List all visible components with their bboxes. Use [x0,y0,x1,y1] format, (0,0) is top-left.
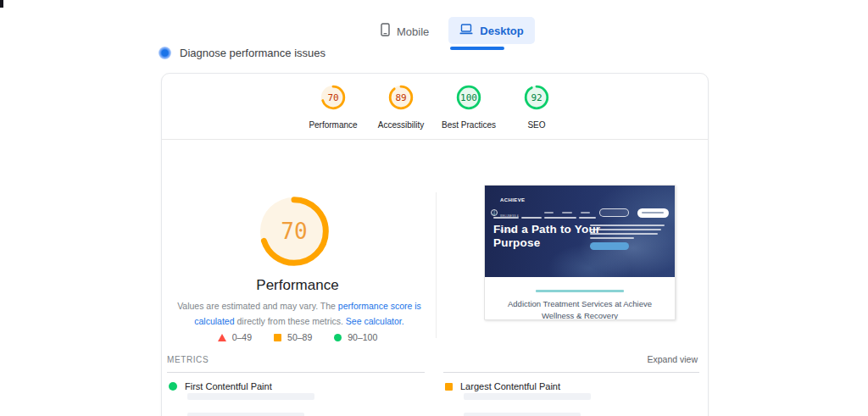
gauge-best-practices-ring: 100 [456,85,481,110]
gauge-performance-ring: 70 [320,85,346,110]
site-nav-link-placeholder [562,212,572,214]
metric-name: Largest Contentful Paint [460,381,560,391]
gauge-best-practices[interactable]: 100 Best Practices [443,85,494,130]
metrics-header: METRICS Expand view [167,354,698,364]
metrics-title: METRICS [167,355,209,364]
device-tabs: Mobile Desktop [370,17,535,46]
gauge-best-practices-score: 100 [456,85,481,110]
gauge-seo[interactable]: 92 SEO [511,85,562,130]
metric-largest-contentful-paint: Largest Contentful Paint [443,372,699,416]
site-header-button-outline [599,208,628,217]
legend-average-label: 50–89 [287,332,312,342]
description-text-1: Values are estimated and may vary. The [177,301,338,311]
active-tab-underline [450,47,504,50]
gauge-accessibility-ring: 89 [388,85,414,110]
metric-value-placeholder [464,393,591,400]
performance-description: Values are estimated and may vary. The p… [177,299,421,330]
next-metric-placeholder [464,413,581,416]
legend-fail-label: 0–49 [232,332,252,342]
report-card: 70 Performance 89 Accessibility 100 Best… [161,73,709,416]
performance-section-title: Performance [162,277,433,294]
legend-pass-range: 90–100 [334,332,377,342]
metric-row: Largest Contentful Paint [443,373,699,391]
column-divider [436,192,437,338]
legend-average-range: 50–89 [274,332,312,342]
site-section-title: Addiction Treatment Services at Achieve … [504,298,656,320]
diagnose-label: Diagnose performance issues [180,47,326,59]
site-brand-name: ACHIEVE [500,197,525,202]
metric-value-placeholder [187,393,314,400]
metric-name: First Contentful Paint [185,381,272,391]
score-legend: 0–49 50–89 90–100 [162,332,433,342]
site-hero-paragraph-placeholder [590,225,666,250]
tab-desktop-label: Desktop [480,25,523,37]
site-hero-section: ⚓ ACHIEVE WELLNESS & RECOVERY [485,186,675,277]
site-logo-crest-icon: ⚓ [491,209,498,216]
pagespeed-insights-screen: Mobile Desktop Diagnose performance issu… [0,0,868,416]
see-calculator-link[interactable]: See calculator. [346,316,404,326]
card-divider [162,139,708,140]
metric-row: First Contentful Paint [167,373,425,391]
diagnose-row: Diagnose performance issues [159,47,326,59]
gauge-seo-label: SEO [527,120,545,130]
gauge-accessibility[interactable]: 89 Accessibility [376,85,426,130]
diagnose-radio-icon[interactable] [159,47,171,59]
gauge-seo-ring: 92 [524,85,549,110]
gauge-accessibility-score: 89 [388,85,414,110]
desktop-laptop-icon [459,23,473,38]
next-metric-placeholder [187,413,304,416]
red-triangle-icon [218,334,226,341]
gauge-best-practices-label: Best Practices [442,120,496,130]
description-text-2: directly from these metrics. [235,316,346,326]
gauge-performance[interactable]: 70 Performance [308,85,359,130]
site-nav-link-placeholder [544,212,554,214]
tab-mobile[interactable]: Mobile [370,17,440,46]
expand-view-link[interactable]: Expand view [647,354,698,364]
site-hero-cta-button [590,242,629,250]
site-hero-kicker-placeholder [493,217,596,219]
category-gauges-row: 70 Performance 89 Accessibility 100 Best… [162,85,708,130]
legend-fail-range: 0–49 [218,332,252,342]
tab-desktop[interactable]: Desktop [448,17,534,44]
site-screenshot-thumbnail: ⚓ ACHIEVE WELLNESS & RECOVERY [484,185,676,320]
site-section-kicker-placeholder [536,290,624,292]
performance-score-value: 70 [259,196,330,267]
site-header-button-phone [637,208,669,218]
good-metric-circle-icon [169,382,177,391]
gauge-seo-score: 92 [524,85,549,110]
average-metric-square-icon [445,383,453,391]
legend-pass-label: 90–100 [348,332,377,342]
gauge-accessibility-label: Accessibility [378,120,424,130]
gauge-performance-label: Performance [309,120,357,130]
screen-corner-artifact [0,0,3,8]
tab-mobile-label: Mobile [397,25,429,38]
metric-first-contentful-paint: First Contentful Paint [167,372,425,416]
green-circle-icon [334,334,342,341]
site-lower-section: Addiction Treatment Services at Achieve … [485,277,675,320]
gauge-performance-score: 70 [320,85,346,110]
mobile-phone-icon [381,23,390,40]
orange-square-icon [274,334,281,341]
site-nav-link-placeholder [581,212,591,214]
performance-score-gauge: 70 [259,196,330,267]
